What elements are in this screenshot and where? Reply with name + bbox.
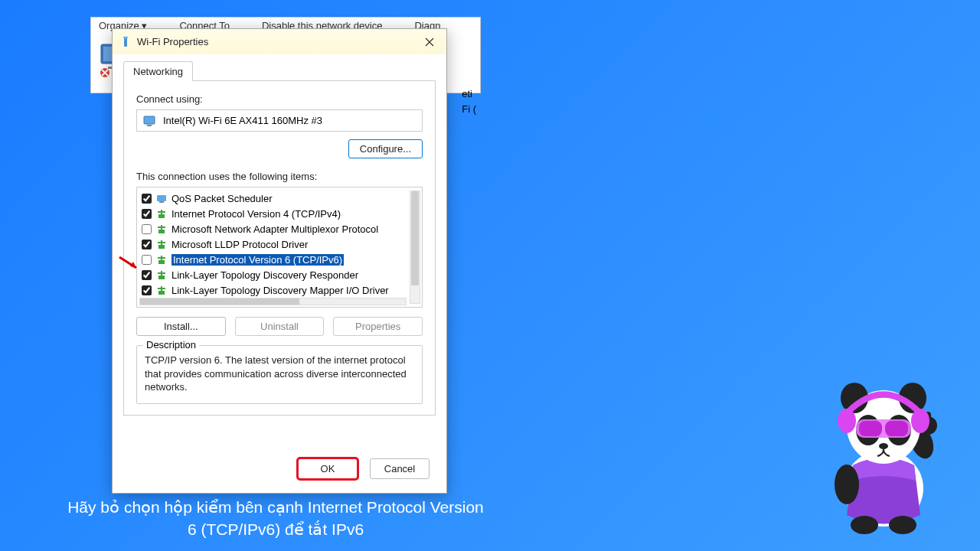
connect-using-label: Connect using: <box>136 93 423 105</box>
description-text: TCP/IP version 6. The latest version of … <box>145 354 414 394</box>
close-button[interactable] <box>420 33 439 51</box>
items-listbox[interactable]: QoS Packet SchedulerInternet Protocol Ve… <box>136 187 423 308</box>
vertical-scrollbar[interactable] <box>410 191 420 304</box>
svg-rect-24 <box>158 272 165 274</box>
svg-rect-6 <box>144 116 155 124</box>
item-label: Microsoft LLDP Protocol Driver <box>172 239 308 250</box>
svg-rect-16 <box>158 245 165 249</box>
horizontal-scrollbar[interactable] <box>139 298 407 305</box>
tab-panel: Connect using: Intel(R) Wi-Fi 6E AX411 1… <box>123 80 436 416</box>
item-checkbox[interactable] <box>142 240 152 249</box>
svg-point-38 <box>838 409 856 433</box>
wifi-icon <box>120 36 131 48</box>
svg-rect-15 <box>158 227 165 228</box>
svg-point-34 <box>889 516 916 534</box>
svg-rect-22 <box>158 276 165 279</box>
tab-networking[interactable]: Networking <box>123 61 193 81</box>
description-legend: Description <box>143 339 199 350</box>
item-label: Link-Layer Topology Discovery Mapper I/O… <box>172 285 389 296</box>
item-label: Internet Protocol Version 6 (TCP/IPv6) <box>172 254 344 266</box>
list-item[interactable]: Internet Protocol Version 4 (TCP/IPv4) <box>142 206 417 221</box>
cancel-button[interactable]: Cancel <box>370 458 430 479</box>
item-checkbox[interactable] <box>142 270 152 280</box>
close-icon <box>425 37 434 47</box>
wifi-properties-dialog: Wi-Fi Properties Networking Connect usin… <box>112 28 447 494</box>
svg-rect-4 <box>124 37 127 47</box>
protocol-icon <box>156 254 167 265</box>
item-checkbox[interactable] <box>142 285 152 295</box>
instruction-caption: Hãy bỏ chọn hộp kiểm bên cạnh Internet P… <box>61 497 490 540</box>
properties-button[interactable]: Properties <box>333 317 423 336</box>
svg-rect-13 <box>158 230 165 233</box>
ipv6-checkbox[interactable] <box>142 255 152 265</box>
svg-rect-21 <box>158 257 165 259</box>
parent-text-fragment: eti Fi ( <box>462 86 476 117</box>
svg-point-29 <box>835 465 859 504</box>
svg-rect-10 <box>158 214 165 218</box>
item-label: QoS Packet Scheduler <box>172 193 273 204</box>
adapter-name: Intel(R) Wi-Fi 6E AX411 160MHz #3 <box>163 115 322 126</box>
protocol-icon <box>156 269 167 280</box>
install-button[interactable]: Install... <box>136 317 226 336</box>
svg-rect-8 <box>157 195 166 201</box>
svg-point-39 <box>911 409 929 433</box>
protocol-icon <box>156 239 167 249</box>
svg-point-5 <box>123 36 128 38</box>
list-item[interactable]: Microsoft LLDP Protocol Driver <box>142 236 417 252</box>
configure-button[interactable]: Configure... <box>348 139 423 158</box>
uninstall-button: Uninstall <box>235 317 325 336</box>
svg-rect-7 <box>147 125 152 126</box>
svg-rect-19 <box>158 260 165 264</box>
protocol-icon <box>156 208 167 219</box>
svg-point-33 <box>851 516 878 534</box>
protocol-icon <box>156 223 167 234</box>
adapter-field[interactable]: Intel(R) Wi-Fi 6E AX411 160MHz #3 <box>136 109 423 132</box>
item-label: Microsoft Network Adapter Multiplexor Pr… <box>172 223 378 235</box>
svg-rect-18 <box>158 242 165 243</box>
list-item[interactable]: Internet Protocol Version 6 (TCP/IPv6) <box>142 252 417 267</box>
item-label: Link-Layer Topology Discovery Responder <box>172 269 358 281</box>
items-label: This connection uses the following items… <box>136 171 423 182</box>
network-service-icon <box>156 193 167 204</box>
dialog-title: Wi-Fi Properties <box>137 36 420 47</box>
svg-rect-9 <box>159 201 164 203</box>
description-group: Description TCP/IP version 6. The latest… <box>136 345 423 404</box>
svg-rect-43 <box>859 421 882 436</box>
svg-rect-44 <box>885 421 908 436</box>
item-checkbox[interactable] <box>142 224 152 234</box>
item-checkbox[interactable] <box>142 209 152 219</box>
svg-rect-12 <box>158 211 165 213</box>
list-item[interactable]: Link-Layer Topology Discovery Responder <box>142 267 417 282</box>
list-item[interactable]: Link-Layer Topology Discovery Mapper I/O… <box>142 282 417 298</box>
titlebar: Wi-Fi Properties <box>113 29 446 54</box>
svg-point-45 <box>879 443 888 449</box>
ok-button[interactable]: OK <box>298 458 358 479</box>
item-label: Internet Protocol Version 4 (TCP/IPv4) <box>172 208 341 220</box>
protocol-icon <box>156 285 167 295</box>
tab-strip: Networking <box>113 54 446 80</box>
adapter-icon <box>143 116 157 126</box>
svg-rect-27 <box>158 288 165 289</box>
list-item[interactable]: QoS Packet Scheduler <box>142 191 417 206</box>
panda-mascot <box>807 373 960 534</box>
item-checkbox[interactable] <box>142 194 152 204</box>
list-item[interactable]: Microsoft Network Adapter Multiplexor Pr… <box>142 221 417 236</box>
svg-rect-25 <box>158 291 165 295</box>
